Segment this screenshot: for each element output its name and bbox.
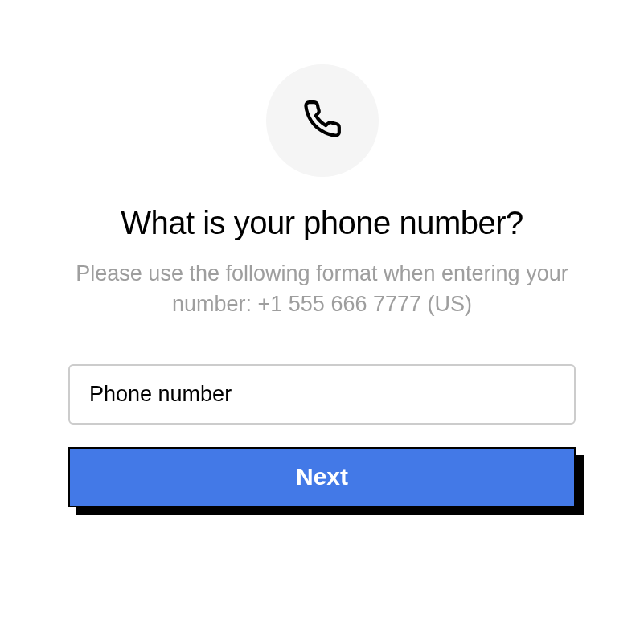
- next-button[interactable]: Next: [68, 447, 576, 507]
- phone-number-input[interactable]: [68, 364, 576, 425]
- phone-icon: [302, 99, 343, 142]
- page-title: What is your phone number?: [68, 205, 576, 241]
- form-container: What is your phone number? Please use th…: [0, 205, 644, 507]
- icon-badge: [266, 64, 379, 177]
- format-instructions: Please use the following format when ent…: [68, 259, 576, 320]
- button-container: Next: [68, 447, 576, 507]
